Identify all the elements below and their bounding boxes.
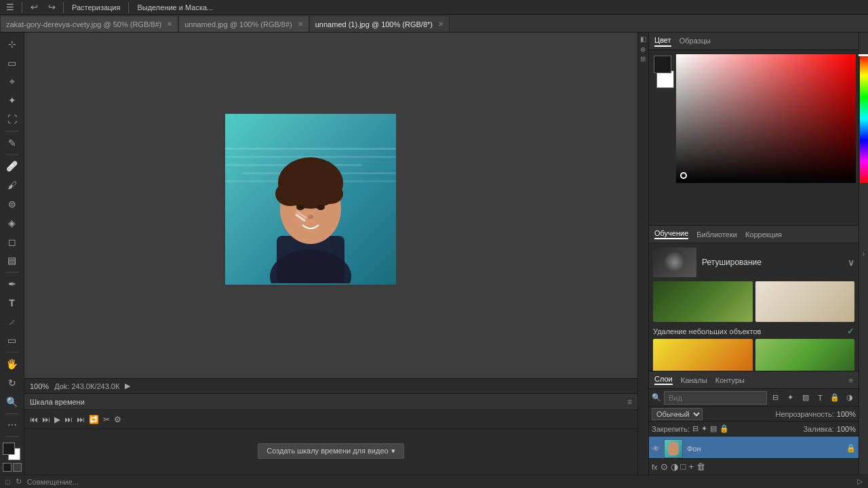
side-mini-btn-3[interactable]: ⊞ xyxy=(639,56,647,62)
tl-start-btn[interactable]: ⏮ xyxy=(30,415,38,424)
layer-filter-toggle[interactable]: ◑ xyxy=(844,391,856,405)
mask-btn[interactable] xyxy=(3,463,12,472)
layer-lock-icon: 🔒 xyxy=(846,444,856,453)
nav-arrow[interactable]: ▶ xyxy=(125,382,130,390)
layers-panel-options[interactable]: ≡ xyxy=(849,376,853,384)
layer-filter-btn-1[interactable]: ⊟ xyxy=(770,391,782,405)
type-btn[interactable]: T xyxy=(3,294,22,312)
side-mini-btn-1[interactable]: ◧ xyxy=(639,35,647,43)
lock-artboards-btn[interactable]: ▤ xyxy=(710,424,717,433)
tab-2-label: unnamed.jpg @ 100% (RGB/8#) xyxy=(184,20,292,28)
status-icon-1[interactable]: □ xyxy=(5,478,10,486)
learning-tab-tutorials[interactable]: Обучение xyxy=(654,229,688,239)
tl-next-btn[interactable]: ⏭ xyxy=(64,415,73,424)
create-timeline-button[interactable]: Создать шкалу времени для видео ▾ xyxy=(258,443,403,459)
tl-play-btn[interactable]: ▶ xyxy=(54,415,60,424)
menu-icon[interactable]: ☰ xyxy=(3,0,18,15)
layer-delete-btn[interactable]: 🗑 xyxy=(696,462,705,472)
layer-fx-btn[interactable]: fx xyxy=(652,463,658,471)
tl-loop-btn[interactable]: 🔁 xyxy=(89,415,99,424)
layer-filter-btn-5[interactable]: 🔒 xyxy=(829,391,841,405)
status-info: Совмещение... xyxy=(27,478,79,486)
more-tools-btn[interactable]: ⋯ xyxy=(3,416,22,434)
svg-point-9 xyxy=(308,215,313,219)
undo-icon[interactable]: ↩ xyxy=(26,0,41,15)
layers-tab-channels[interactable]: Каналы xyxy=(681,376,707,384)
eyedropper-btn[interactable]: ✎ xyxy=(3,134,22,152)
blend-mode-select[interactable]: Обычный xyxy=(652,408,703,420)
left-toolbox: ⊹ ▭ ⌖ ✦ ⛶ ✎ 🩹 🖌 ⊜ ◈ ◻ ▤ ✒ T ⟋ ▭ 🖐 ↻ 🔍 ⋯ xyxy=(0,33,24,474)
zoom-btn[interactable]: 🔍 xyxy=(3,393,22,411)
tab-3-close[interactable]: ✕ xyxy=(438,20,443,28)
timeline-body: Создать шкалу времени для видео ▾ xyxy=(24,429,637,472)
tab-1[interactable]: zakat-gory-derevya-cvety.jpg @ 50% (RGB/… xyxy=(0,16,178,32)
side-mini-btn-2[interactable]: ⊕ xyxy=(639,47,647,52)
quick-mask-btn[interactable] xyxy=(13,463,22,472)
lock-position-btn[interactable]: ✦ xyxy=(701,424,707,433)
eraser-btn[interactable]: ◻ xyxy=(3,233,22,251)
color-gradient-box[interactable] xyxy=(676,54,856,183)
selection-menu[interactable]: Выделение и Маска... xyxy=(133,3,217,12)
color-swatch-panel xyxy=(649,50,676,225)
rotate-btn[interactable]: ↻ xyxy=(3,374,22,392)
tl-audio-btn[interactable]: ✂ xyxy=(103,415,110,424)
marquee-tool-btn[interactable]: ▭ xyxy=(3,54,22,72)
tl-settings-btn[interactable]: ⚙ xyxy=(114,415,121,424)
heal-btn[interactable]: 🩹 xyxy=(3,158,22,176)
learning-tab-libraries[interactable]: Библиотеки xyxy=(696,230,737,239)
layer-filter-btn-3[interactable]: ▨ xyxy=(800,391,812,405)
tutorial-title-1: Ретушированиe xyxy=(702,258,842,267)
canvas-area[interactable]: 100% Доk: 243.0К/243.0К ▶ xyxy=(24,33,637,393)
path-btn[interactable]: ⟋ xyxy=(3,313,22,331)
gradient-btn[interactable]: ▤ xyxy=(3,251,22,269)
timeline-collapse-btn[interactable]: ≡ xyxy=(627,397,632,407)
layer-group-btn[interactable]: □ xyxy=(681,462,686,472)
tutorial-item-1[interactable]: Ретушированиe ∨ xyxy=(653,247,854,277)
lasso-tool-btn[interactable]: ⌖ xyxy=(3,73,22,91)
tab-2[interactable]: unnamed.jpg @ 100% (RGB/8#) ✕ xyxy=(178,16,309,32)
quick-select-btn[interactable]: ✦ xyxy=(3,92,22,109)
status-bar: □ ↻ Совмещение... ▷ xyxy=(0,474,868,488)
redo-icon[interactable]: ↪ xyxy=(44,0,59,15)
layer-filter-btn-4[interactable]: T xyxy=(814,391,826,405)
search-layers-input[interactable] xyxy=(664,391,767,405)
shape-btn[interactable]: ▭ xyxy=(3,331,22,349)
learning-tab-correction[interactable]: Коррекция xyxy=(745,230,782,239)
lock-label: Закрепить: xyxy=(652,425,690,433)
rasterize-menu[interactable]: Растеризация xyxy=(68,3,124,12)
lock-pixels-btn[interactable]: ⊟ xyxy=(692,424,698,433)
tab-2-close[interactable]: ✕ xyxy=(298,20,303,28)
separator-3 xyxy=(128,2,129,13)
foreground-color-swatch[interactable] xyxy=(654,56,671,73)
layer-visibility-icon[interactable]: 👁 xyxy=(652,444,660,453)
color-tab-swatches[interactable]: Образцы xyxy=(679,37,711,46)
lock-all-btn[interactable]: 🔒 xyxy=(719,424,729,433)
layer-filter-btn-2[interactable]: ✦ xyxy=(785,391,797,405)
layer-new-btn[interactable]: + xyxy=(688,462,694,472)
layer-mask-btn[interactable]: ⊙ xyxy=(660,462,668,472)
tl-end-btn[interactable]: ⏭ xyxy=(77,415,85,424)
tutorial-expand-icon[interactable]: ∨ xyxy=(848,257,854,268)
layer-row-background[interactable]: 👁 Фон 🔒 xyxy=(649,436,859,458)
tab-1-close[interactable]: ✕ xyxy=(167,20,172,28)
pen-btn[interactable]: ✒ xyxy=(3,275,22,293)
color-tab-color[interactable]: Цвет xyxy=(654,36,671,47)
status-icon-2[interactable]: ↻ xyxy=(16,477,22,486)
layers-search-bar: 🔍 ⊟ ✦ ▨ T 🔒 ◑ xyxy=(649,389,859,407)
color-picker-area xyxy=(649,50,859,225)
hue-slider[interactable] xyxy=(860,54,868,183)
history-btn[interactable]: ◈ xyxy=(3,214,22,232)
tutorial-thumb-1 xyxy=(653,247,696,277)
layers-tab-layers[interactable]: Слои xyxy=(654,375,673,385)
status-page-info: ▷ xyxy=(857,477,863,486)
stamp-btn[interactable]: ⊜ xyxy=(3,195,22,213)
move-tool-btn[interactable]: ⊹ xyxy=(3,35,22,53)
brush-btn[interactable]: 🖌 xyxy=(3,176,22,194)
crop-tool-btn[interactable]: ⛶ xyxy=(3,110,22,128)
layer-adjustment-btn[interactable]: ◑ xyxy=(671,462,678,472)
tl-prev-btn[interactable]: ⏭ xyxy=(42,415,50,424)
fg-swatch[interactable] xyxy=(3,443,15,455)
layers-tab-paths[interactable]: Контуры xyxy=(715,376,745,384)
tab-3[interactable]: unnamed (1).jpg @ 100% (RGB/8*) ✕ xyxy=(309,16,450,32)
hand-btn[interactable]: 🖐 xyxy=(3,355,22,373)
